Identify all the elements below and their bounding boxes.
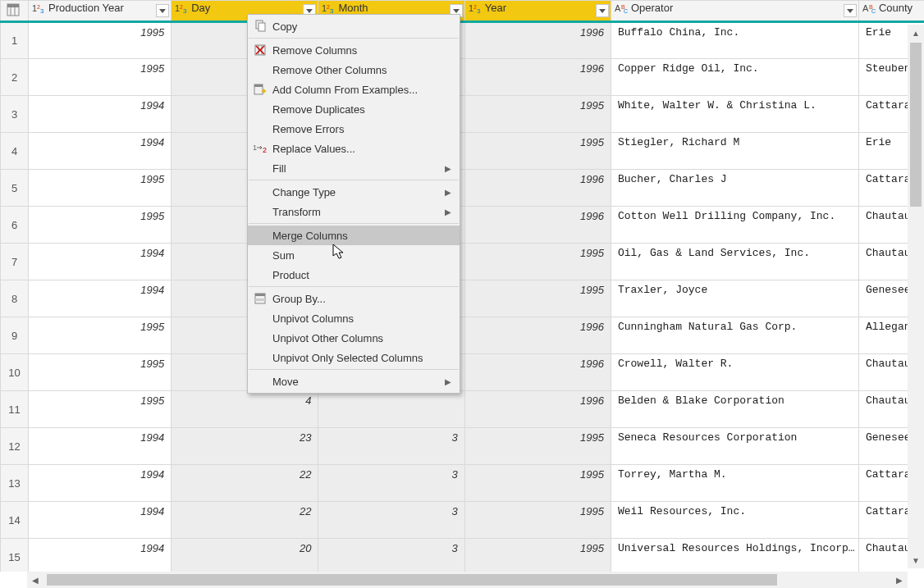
menu-item-unpivot-other-columns[interactable]: Unpivot Other Columns <box>248 328 460 348</box>
cell[interactable]: Traxler, Joyce <box>611 280 858 317</box>
table-row[interactable]: 1219942331995Seneca Resources Corporatio… <box>1 428 925 465</box>
menu-item-product[interactable]: Product <box>248 265 460 285</box>
row-number[interactable]: 11 <box>1 391 29 428</box>
cell[interactable]: 20 <box>172 539 318 572</box>
scroll-right-arrow[interactable]: ▶ <box>891 572 908 588</box>
table-row[interactable]: 619951996Cotton Well Drilling Company, I… <box>1 207 925 244</box>
row-number[interactable]: 9 <box>1 317 29 354</box>
row-number[interactable]: 15 <box>1 539 29 572</box>
cell[interactable]: 1994 <box>29 465 172 502</box>
row-number[interactable]: 2 <box>1 59 29 96</box>
cell[interactable]: 1994 <box>29 133 172 170</box>
cell[interactable]: Cotton Well Drilling Company, Inc. <box>611 207 858 244</box>
row-number[interactable]: 12 <box>1 428 29 465</box>
menu-item-sum[interactable]: Sum <box>248 245 460 265</box>
cell[interactable]: 3 <box>318 428 464 465</box>
column-filter-dropdown[interactable] <box>844 4 857 17</box>
cell[interactable]: 22 <box>172 465 318 502</box>
cell[interactable]: 1996 <box>464 207 611 244</box>
cell[interactable]: 1996 <box>464 354 611 391</box>
row-number[interactable]: 1 <box>1 22 29 59</box>
menu-item-change-type[interactable]: Change Type▶ <box>248 182 460 202</box>
table-corner-icon[interactable] <box>1 1 29 22</box>
cell[interactable]: Cunningham Natural Gas Corp. <box>611 317 858 354</box>
horizontal-scrollbar[interactable]: ◀ ▶ <box>27 572 908 588</box>
table-row[interactable]: 419941995Stiegler, Richard MErie <box>1 133 925 170</box>
menu-item-replace-values[interactable]: 12Replace Values... <box>248 139 460 158</box>
menu-item-remove-other-columns[interactable]: Remove Other Columns <box>248 60 460 80</box>
table-row[interactable]: 1319942231995Torrey, Martha M.Cattaraugu… <box>1 465 925 502</box>
table-row[interactable]: 919951996Cunningham Natural Gas Corp.All… <box>1 317 925 354</box>
cell[interactable]: 1995 <box>29 317 172 354</box>
menu-item-remove-duplicates[interactable]: Remove Duplicates <box>248 99 460 119</box>
menu-item-move[interactable]: Move▶ <box>248 371 460 391</box>
cell[interactable]: 1996 <box>464 317 611 354</box>
row-number[interactable]: 7 <box>1 244 29 280</box>
table-row[interactable]: 1019951996Crowell, Walter R.Chautauqua <box>1 354 925 391</box>
cell[interactable]: 1994 <box>29 244 172 280</box>
menu-item-transform[interactable]: Transform▶ <box>248 202 460 221</box>
row-number[interactable]: 5 <box>1 170 29 207</box>
cell[interactable]: Seneca Resources Corporation <box>611 428 858 465</box>
cell[interactable]: 1995 <box>464 133 611 170</box>
cell[interactable]: 1996 <box>464 170 611 207</box>
cell[interactable]: Universal Resources Holdings, Incorp… <box>611 539 858 572</box>
row-number[interactable]: 4 <box>1 133 29 170</box>
cell[interactable]: 23 <box>172 428 318 465</box>
cell[interactable]: 1995 <box>29 22 172 59</box>
cell[interactable]: 1996 <box>464 22 611 59</box>
menu-item-merge-columns[interactable]: Merge Columns <box>248 226 460 245</box>
column-filter-dropdown[interactable] <box>156 4 169 17</box>
cell[interactable]: 1995 <box>464 465 611 502</box>
table-row[interactable]: 719941995Oil, Gas & Land Services, Inc.C… <box>1 244 925 280</box>
cell[interactable]: 1995 <box>464 539 611 572</box>
cell[interactable]: 4 <box>172 391 318 428</box>
cell[interactable]: 1995 <box>29 391 172 428</box>
row-number[interactable]: 8 <box>1 280 29 317</box>
table-row[interactable]: 119951996Buffalo China, Inc.Erie <box>1 22 925 59</box>
cell[interactable] <box>318 391 464 428</box>
table-row[interactable]: 819941995Traxler, JoyceGenesee <box>1 280 925 317</box>
column-header-county[interactable]: ABCCounty <box>858 1 924 22</box>
cell[interactable]: 1995 <box>29 170 172 207</box>
cell[interactable]: 1994 <box>29 502 172 539</box>
table-row[interactable]: 519951996Bucher, Charles JCattaraugus <box>1 170 925 207</box>
cell[interactable]: Torrey, Martha M. <box>611 465 858 502</box>
scroll-down-arrow[interactable]: ▼ <box>908 552 924 568</box>
vertical-scroll-thumb[interactable] <box>910 43 922 207</box>
scroll-left-arrow[interactable]: ◀ <box>27 572 43 588</box>
cell[interactable]: 1995 <box>464 280 611 317</box>
cell[interactable]: 1995 <box>29 207 172 244</box>
cell[interactable]: Oil, Gas & Land Services, Inc. <box>611 244 858 280</box>
cell[interactable]: 1995 <box>29 354 172 391</box>
column-header-operator[interactable]: ABCOperator <box>611 1 858 22</box>
vertical-scrollbar[interactable]: ▲ ▼ <box>908 25 924 568</box>
cell[interactable]: 22 <box>172 502 318 539</box>
cell[interactable]: 3 <box>318 465 464 502</box>
menu-item-unpivot-columns[interactable]: Unpivot Columns <box>248 308 460 328</box>
scroll-up-arrow[interactable]: ▲ <box>908 25 924 41</box>
cell[interactable]: Bucher, Charles J <box>611 170 858 207</box>
row-number[interactable]: 13 <box>1 465 29 502</box>
table-row[interactable]: 219951996Copper Ridge Oil, Inc.Steuben <box>1 59 925 96</box>
cell[interactable]: 1994 <box>29 539 172 572</box>
horizontal-scroll-thumb[interactable] <box>47 574 777 586</box>
cell[interactable]: 1996 <box>464 59 611 96</box>
cell[interactable]: 1995 <box>464 428 611 465</box>
table-row[interactable]: 11199541996Belden & Blake CorporationCha… <box>1 391 925 428</box>
cell[interactable]: 1995 <box>29 59 172 96</box>
column-header-year[interactable]: 123Year <box>464 1 611 22</box>
row-number[interactable]: 6 <box>1 207 29 244</box>
menu-item-add-column-from-examples[interactable]: ✦Add Column From Examples... <box>248 80 460 99</box>
cell[interactable]: 1995 <box>464 96 611 133</box>
row-number[interactable]: 14 <box>1 502 29 539</box>
cell[interactable]: 1994 <box>29 96 172 133</box>
row-number[interactable]: 3 <box>1 96 29 133</box>
menu-item-group-by[interactable]: Group By... <box>248 289 460 308</box>
cell[interactable]: 1995 <box>464 502 611 539</box>
menu-item-remove-errors[interactable]: Remove Errors <box>248 119 460 139</box>
row-number[interactable]: 10 <box>1 354 29 391</box>
cell[interactable]: Belden & Blake Corporation <box>611 391 858 428</box>
menu-item-remove-columns[interactable]: Remove Columns <box>248 40 460 60</box>
cell[interactable]: 1996 <box>464 391 611 428</box>
